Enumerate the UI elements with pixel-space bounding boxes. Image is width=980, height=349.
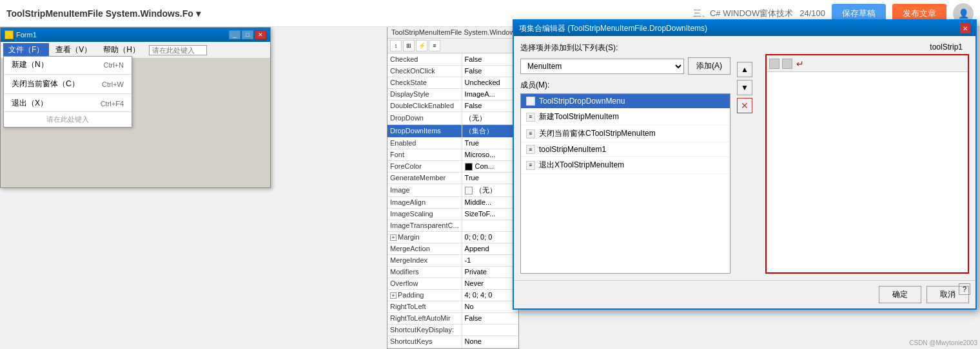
list-item-icon: ≡ xyxy=(526,145,535,154)
props-row[interactable]: ModifiersPrivate xyxy=(387,266,518,278)
props-row-value: -1 xyxy=(462,254,518,266)
props-row[interactable]: ShortcutKeysNone xyxy=(387,335,518,347)
menu-view[interactable]: 查看（V） xyxy=(50,43,97,57)
props-row[interactable]: EnabledTrue xyxy=(387,137,518,149)
dialog-list-item[interactable]: ≡ToolStripDropDownMenu xyxy=(521,94,730,109)
props-row-name: CheckState xyxy=(387,77,462,88)
props-row-name: DropDownItems xyxy=(387,124,462,137)
props-row-name: RightToLeftAutoMir xyxy=(387,312,462,324)
props-row[interactable]: CheckedFalse xyxy=(387,53,518,65)
props-row-value: Unchecked xyxy=(462,77,518,88)
dialog-body: 选择项并添加到以下列表(S): MenuItem 添加(A) 成员(M): ≡T… xyxy=(514,36,975,280)
dropdown-item-close[interactable]: 关闭当前窗体（C） Ctrl+W xyxy=(4,76,132,92)
props-row[interactable]: ImageAlignMiddle... xyxy=(387,196,518,208)
dropdown-menu: 新建（N） Ctrl+N 关闭当前窗体（C） Ctrl+W 退出（X） Ctrl… xyxy=(3,56,132,127)
props-row-name: GenerateMember xyxy=(387,172,462,184)
props-row[interactable]: MergeIndex-1 xyxy=(387,254,518,266)
props-row-value: None xyxy=(462,335,518,347)
props-toolbar: ↕ ⊞ ⚡ ≡ xyxy=(387,39,518,53)
dialog-list-item[interactable]: ≡退出XToolStripMenuItem xyxy=(521,157,730,174)
props-row[interactable]: DropDownItems（集合） xyxy=(387,124,518,137)
props-row-value: ImageA... xyxy=(462,88,518,100)
props-row[interactable]: RightToLeftAutoMirFalse xyxy=(387,312,518,324)
props-row-name: Font xyxy=(387,149,462,160)
props-row[interactable]: FontMicroso... xyxy=(387,149,518,160)
list-item-label: ToolStripDropDownMenu xyxy=(539,97,625,106)
collection-dialog: 项集合编辑器 (ToolStripMenuItemFile.DropDownIt… xyxy=(513,19,977,310)
props-row-name: Checked xyxy=(387,53,462,65)
dialog-list-item[interactable]: ≡toolStripMenuItem1 xyxy=(521,142,730,157)
props-row-name: ShortcutKeys xyxy=(387,335,462,347)
dialog-add-button[interactable]: 添加(A) xyxy=(688,57,730,75)
props-row[interactable]: +Margin0; 0; 0; 0 xyxy=(387,231,518,243)
minimize-button[interactable]: _ xyxy=(229,30,240,39)
props-row[interactable]: DropDown（无） xyxy=(387,111,518,124)
maximize-button[interactable]: □ xyxy=(242,30,253,39)
menu-file[interactable]: 文件（F） xyxy=(3,43,49,57)
menu-help[interactable]: 帮助（H） xyxy=(98,43,145,57)
props-row-name: MergeIndex xyxy=(387,254,462,266)
props-header: ToolStripMenuItemFile System.Windows.Fo … xyxy=(387,27,518,39)
props-tool-prop[interactable]: ≡ xyxy=(429,40,440,52)
props-row-value: Private xyxy=(462,266,518,278)
list-item-icon: ≡ xyxy=(526,97,535,106)
dialog-section-label: 选择项并添加到以下列表(S): xyxy=(520,42,730,53)
move-up-button[interactable]: ▲ xyxy=(737,62,752,77)
props-row-value: False xyxy=(462,53,518,65)
props-row-value: Microso... xyxy=(462,149,518,160)
move-down-button[interactable]: ▼ xyxy=(737,80,752,95)
dropdown-item-new[interactable]: 新建（N） Ctrl+N xyxy=(4,57,132,73)
dialog-footer: ? 确定 取消 xyxy=(514,280,975,308)
props-row-name: +Margin xyxy=(387,231,462,243)
dialog-titlebar[interactable]: 项集合编辑器 (ToolStripMenuItemFile.DropDownIt… xyxy=(514,21,975,36)
props-row[interactable]: OverflowNever xyxy=(387,278,518,289)
props-row[interactable]: ImageTransparentC... xyxy=(387,220,518,231)
dialog-ok-button[interactable]: 确定 xyxy=(879,286,921,303)
props-row[interactable]: DisplayStyleImageA... xyxy=(387,88,518,100)
image-swatch xyxy=(465,187,473,194)
dropdown-item-exit[interactable]: 退出（X） Ctrl+F4 xyxy=(4,95,132,111)
props-row-name: ImageScaling xyxy=(387,208,462,220)
props-tool-sort[interactable]: ↕ xyxy=(390,40,402,52)
dropdown-separator-2 xyxy=(4,93,132,94)
expand-icon[interactable]: + xyxy=(390,292,397,299)
props-row[interactable]: +Padding4; 0; 4; 0 xyxy=(387,289,518,301)
props-row[interactable]: ImageScalingSizeToF... xyxy=(387,208,518,220)
props-tool-grid[interactable]: ⊞ xyxy=(403,40,415,52)
toolstrip-inner-bar: ↵ xyxy=(767,55,968,72)
props-row[interactable]: Image（无） xyxy=(387,184,518,196)
dialog-list-item[interactable]: ≡新建ToolStripMenuItem xyxy=(521,109,730,126)
form1-titlebar[interactable]: Form1 _ □ ✕ xyxy=(1,28,270,42)
dropdown-separator-1 xyxy=(4,74,132,75)
expand-icon[interactable]: + xyxy=(390,234,397,241)
dialog-help-button[interactable]: ? xyxy=(959,283,970,295)
props-row[interactable]: DoubleClickEnabledFalse xyxy=(387,100,518,111)
dialog-type-select[interactable]: MenuItem xyxy=(520,59,684,74)
props-row-name: DisplayStyle xyxy=(387,88,462,100)
list-item-icon: ≡ xyxy=(526,113,535,122)
dialog-close-button[interactable]: ✕ xyxy=(960,23,970,33)
props-row-name: MergeAction xyxy=(387,243,462,254)
props-row[interactable]: CheckOnClickFalse xyxy=(387,65,518,77)
props-row[interactable]: MergeActionAppend xyxy=(387,243,518,254)
dialog-members-label: 成员(M): xyxy=(520,80,730,91)
props-row[interactable]: RightToLeftNo xyxy=(387,301,518,312)
props-tool-event[interactable]: ⚡ xyxy=(416,40,427,52)
props-row[interactable]: ShortcutKeyDisplay: xyxy=(387,324,518,335)
delete-button[interactable]: ✕ xyxy=(737,98,752,113)
toolstrip-box: ↵ xyxy=(765,54,969,274)
menu-search-input[interactable] xyxy=(149,45,207,55)
dialog-list-item[interactable]: ≡关闭当前窗体CToolStripMenuItem xyxy=(521,126,730,142)
ts-icon-1 xyxy=(769,59,779,69)
props-row[interactable]: ForeColorCon... xyxy=(387,160,518,172)
close-button[interactable]: ✕ xyxy=(255,30,266,39)
toolstrip-label: toolStrip1 xyxy=(759,42,969,52)
props-row-value: No xyxy=(462,301,518,312)
props-row-value: False xyxy=(462,312,518,324)
list-item-label: 新建ToolStripMenuItem xyxy=(539,111,619,122)
props-row-name: ImageAlign xyxy=(387,196,462,208)
props-row-value: （无） xyxy=(462,184,518,196)
props-row[interactable]: GenerateMemberTrue xyxy=(387,172,518,184)
article-title: 三、C# WINDOW窗体技术 xyxy=(693,8,793,19)
props-row[interactable]: CheckStateUnchecked xyxy=(387,77,518,88)
